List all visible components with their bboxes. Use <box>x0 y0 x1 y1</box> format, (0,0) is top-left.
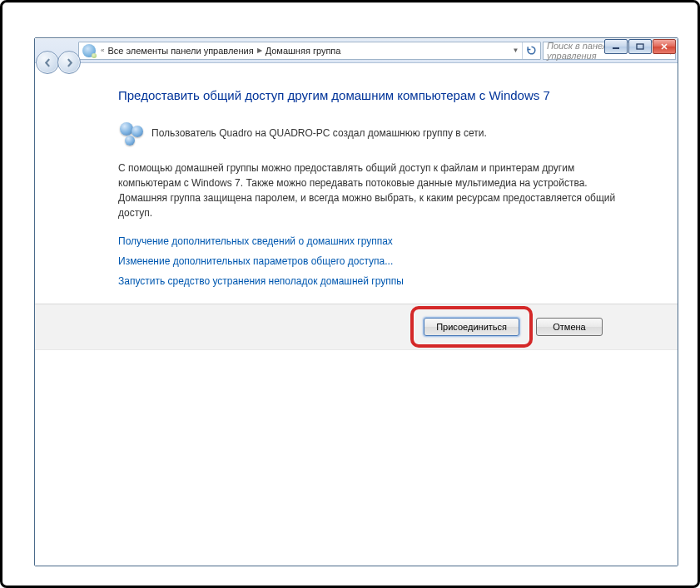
control-panel-icon <box>82 44 96 57</box>
address-bar[interactable]: « Все элементы панели управления ▶ Домаш… <box>78 42 541 60</box>
homegroup-info-line: Пользователь Quadro на QUADRO-PC создал … <box>118 121 619 146</box>
join-button-label: Присоединиться <box>436 322 507 332</box>
refresh-button[interactable] <box>522 42 540 59</box>
minimize-button[interactable] <box>604 39 628 54</box>
svg-rect-0 <box>613 47 619 49</box>
breadcrumb-root: « <box>99 47 106 54</box>
page-title: Предоставить общий доступ другим домашни… <box>118 88 619 102</box>
homegroup-icon <box>118 121 143 146</box>
nav-back-button[interactable] <box>36 51 59 74</box>
breadcrumb-segment-all[interactable]: Все элементы панели управления <box>106 46 255 56</box>
button-bar: Присоединиться Отмена <box>35 304 678 349</box>
join-button[interactable]: Присоединиться <box>424 318 519 336</box>
svg-rect-1 <box>637 44 643 49</box>
maximize-button[interactable] <box>628 39 652 54</box>
link-advanced-sharing[interactable]: Изменение дополнительных параметров обще… <box>118 255 619 267</box>
close-button[interactable] <box>653 39 676 54</box>
cancel-button-label: Отмена <box>553 322 585 332</box>
homegroup-description: С помощью домашней группы можно предоста… <box>118 161 619 220</box>
link-learn-more[interactable]: Получение дополнительных сведений о дома… <box>118 235 619 247</box>
control-panel-window: « Все элементы панели управления ▶ Домаш… <box>34 37 678 566</box>
breadcrumb-segment-homegroup[interactable]: Домашняя группа <box>264 46 343 56</box>
homegroup-creator-text: Пользователь Quadro на QUADRO-PC создал … <box>151 127 487 139</box>
homegroup-page: Предоставить общий доступ другим домашни… <box>35 63 678 304</box>
nav-forward-button[interactable] <box>57 51 81 74</box>
address-dropdown-button[interactable]: ▼ <box>509 42 522 59</box>
links-section: Получение дополнительных сведений о дома… <box>118 235 619 287</box>
empty-region <box>35 349 678 566</box>
content-area: Предоставить общий доступ другим домашни… <box>35 63 678 566</box>
toolbar: « Все элементы панели управления ▶ Домаш… <box>35 38 678 63</box>
caption-buttons <box>604 39 676 54</box>
link-troubleshoot[interactable]: Запустить средство устранения неполадок … <box>118 275 619 287</box>
chevron-right-icon: ▶ <box>256 47 264 54</box>
cancel-button[interactable]: Отмена <box>536 318 603 336</box>
nav-buttons <box>36 51 79 74</box>
